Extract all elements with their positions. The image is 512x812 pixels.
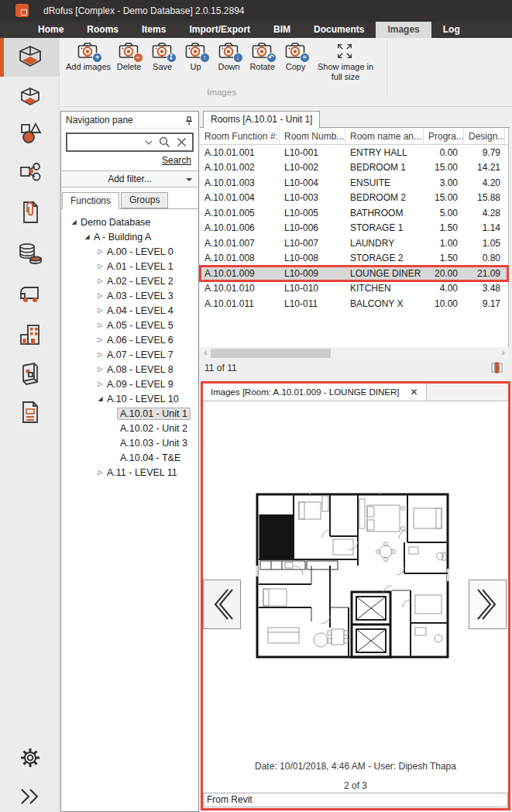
tree-item[interactable]: ▷A.08 - LEVEL 8 — [61, 362, 198, 377]
expander-icon[interactable]: ▷ — [94, 469, 107, 476]
tab-images[interactable]: Images [Room: A.10.01.009 - LOUNGE DINER… — [203, 384, 427, 401]
product-catalog-icon[interactable] — [0, 358, 60, 389]
add-filter-dropdown[interactable]: Add filter... — [61, 170, 198, 188]
column-header-programmed[interactable]: Progra... — [424, 128, 464, 144]
up-button[interactable]: ↑ Up — [179, 40, 212, 74]
tree-item[interactable]: ▷A.00 - LEVEL 0 — [61, 244, 198, 259]
copy-button[interactable]: = Copy — [279, 40, 312, 74]
tree-item[interactable]: ▷A.03 - LEVEL 3 — [61, 288, 198, 303]
tree-item[interactable]: ▷A.07 - LEVEL 7 — [61, 347, 198, 362]
column-header-room-name[interactable]: Room name an... — [345, 128, 424, 144]
chevron-down-icon[interactable] — [145, 139, 153, 146]
show-full-size-button[interactable]: Show image in full size — [312, 40, 379, 84]
menu-item-bim[interactable]: BIM — [262, 22, 302, 38]
menu-item-rooms[interactable]: Rooms — [75, 22, 130, 38]
expander-icon[interactable]: ▷ — [94, 366, 107, 373]
table-row[interactable]: A.10.01.003L10-004ENSUITE3.004.20 — [200, 175, 508, 191]
table-row[interactable]: A.10.01.005L10-005BATHROOM5.004.28 — [200, 205, 508, 221]
expander-icon[interactable]: ◢ — [67, 218, 81, 225]
expander-icon[interactable]: ▷ — [94, 292, 107, 299]
tree-item[interactable]: ▷A.01 - LEVEL 1 — [61, 259, 198, 274]
tab-rooms[interactable]: Rooms [A.10.01 - Unit 1] — [203, 111, 320, 128]
menu-item-items[interactable]: Items — [130, 22, 177, 38]
menu-item-import-export[interactable]: Import/Export — [177, 22, 262, 38]
up-badge-icon: ↑ — [200, 53, 210, 63]
tree-item-label: A.04 - LEVEL 4 — [107, 305, 174, 316]
add-images-button[interactable]: + Add images — [64, 40, 112, 74]
column-chooser-icon[interactable] — [491, 361, 503, 377]
table-row[interactable]: A.10.01.011L10-011BALCONY X10.009.17 — [200, 296, 508, 311]
database-icon[interactable] — [0, 238, 60, 269]
column-header-room-function[interactable]: Room Function #: — [200, 128, 280, 144]
expand-rail-icon[interactable] — [0, 781, 60, 812]
expander-icon[interactable]: ▷ — [94, 380, 107, 387]
column-header-room-number[interactable]: Room Numb... — [280, 128, 345, 144]
expander-icon[interactable]: ▷ — [94, 336, 107, 343]
next-image-button[interactable] — [469, 580, 507, 629]
tree-item[interactable]: A.10.02 - Unit 2 — [61, 421, 198, 435]
horizontal-scrollbar[interactable]: ‹ › — [200, 347, 509, 359]
tree-item[interactable]: ▷A.02 - LEVEL 2 — [61, 274, 198, 288]
logistics-icon[interactable] — [0, 279, 60, 310]
table-row[interactable]: A.10.01.002L10-002BEDROOM 115.0014.21 — [200, 160, 508, 176]
previous-image-button[interactable] — [203, 580, 241, 629]
pin-icon[interactable] — [184, 115, 194, 132]
tree-item[interactable]: ◢A.10 - LEVEL 10 — [61, 391, 198, 406]
image-page-indicator: 2 of 3 — [203, 780, 508, 791]
save-button[interactable]: ↧ Save — [146, 40, 179, 74]
tree-item[interactable]: ▷A.05 - LEVEL 5 — [61, 318, 198, 332]
items-icon[interactable] — [0, 118, 60, 149]
scrollbar-thumb[interactable] — [211, 349, 331, 358]
table-row-selected[interactable]: A.10.01.009L10-009LOUNGE DINER20.0021.09 — [200, 266, 508, 281]
tree-item[interactable]: ▷A.06 - LEVEL 6 — [61, 332, 198, 347]
menu-item-log[interactable]: Log — [431, 22, 472, 38]
expander-icon[interactable]: ▷ — [94, 322, 107, 329]
image-description-input[interactable]: From Revit — [203, 793, 508, 807]
expander-icon[interactable]: ◢ — [94, 395, 107, 402]
table-row[interactable]: A.10.01.008L10-008STORAGE 21.500.80 — [200, 251, 508, 267]
expander-icon[interactable]: ◢ — [81, 233, 94, 240]
scroll-right-icon[interactable]: › — [497, 347, 509, 359]
room-3d-icon[interactable] — [0, 82, 60, 113]
search-icon[interactable] — [159, 136, 170, 148]
systems-icon[interactable] — [0, 157, 60, 188]
tree-item[interactable]: A.10.04 - T&E — [61, 450, 198, 465]
table-row[interactable]: A.10.01.007L10-007LAUNDRY1.001.05 — [200, 236, 508, 251]
tab-groups[interactable]: Groups — [121, 192, 168, 208]
close-icon[interactable]: ✕ — [411, 387, 418, 397]
delete-button[interactable]: − Delete — [112, 40, 146, 74]
expander-icon[interactable]: ▷ — [94, 277, 107, 284]
column-header-designed[interactable]: Design... — [464, 128, 505, 144]
settings-gear-icon[interactable] — [0, 742, 60, 773]
menu-item-home[interactable]: Home — [26, 22, 75, 38]
search-link[interactable]: Search — [61, 152, 198, 167]
expander-icon[interactable]: ▷ — [94, 307, 107, 314]
table-row[interactable]: A.10.01.006L10-006STORAGE 11.501.14 — [200, 221, 508, 236]
rotate-button[interactable]: ↶ Rotate — [246, 40, 279, 74]
expander-icon[interactable]: ▷ — [94, 248, 107, 255]
clear-icon[interactable] — [177, 137, 187, 147]
navigation-pane-header: Navigation pane — [61, 112, 198, 129]
tab-functions[interactable]: Functions — [62, 192, 119, 209]
tree-item[interactable]: ◢A - Building A — [61, 229, 198, 244]
tree-item[interactable]: ▷A.11 - LEVEL 11 — [61, 465, 198, 480]
tree-item[interactable]: ◢Demo Database — [61, 215, 198, 229]
menu-item-documents[interactable]: Documents — [302, 22, 376, 38]
tree-item[interactable]: ▷A.04 - LEVEL 4 — [61, 303, 198, 318]
table-row[interactable]: A.10.01.010L10-010KITCHEN4.003.48 — [200, 281, 508, 297]
attachments-icon[interactable] — [0, 197, 60, 228]
expander-icon[interactable]: ▷ — [94, 263, 107, 270]
tree-item-selected[interactable]: A.10.01 - Unit 1 — [61, 406, 198, 421]
search-input[interactable] — [66, 132, 194, 152]
buildings-icon[interactable] — [0, 319, 60, 350]
expander-icon[interactable]: ▷ — [94, 351, 107, 358]
tree-item[interactable]: A.10.03 - Unit 3 — [61, 435, 198, 450]
table-row[interactable]: A.10.01.004L10-003BEDROOM 215.0015.88 — [200, 191, 508, 206]
rooms-icon[interactable] — [0, 42, 60, 73]
menu-item-images[interactable]: Images — [376, 22, 431, 38]
down-button[interactable]: ↓ Down — [212, 40, 246, 74]
scroll-left-icon[interactable]: ‹ — [200, 347, 211, 359]
tree-item[interactable]: ▷A.09 - LEVEL 9 — [61, 377, 198, 391]
table-row[interactable]: A.10.01.001L10-001ENTRY HALL0.009.79 — [200, 145, 508, 160]
reports-icon[interactable] — [0, 397, 60, 428]
